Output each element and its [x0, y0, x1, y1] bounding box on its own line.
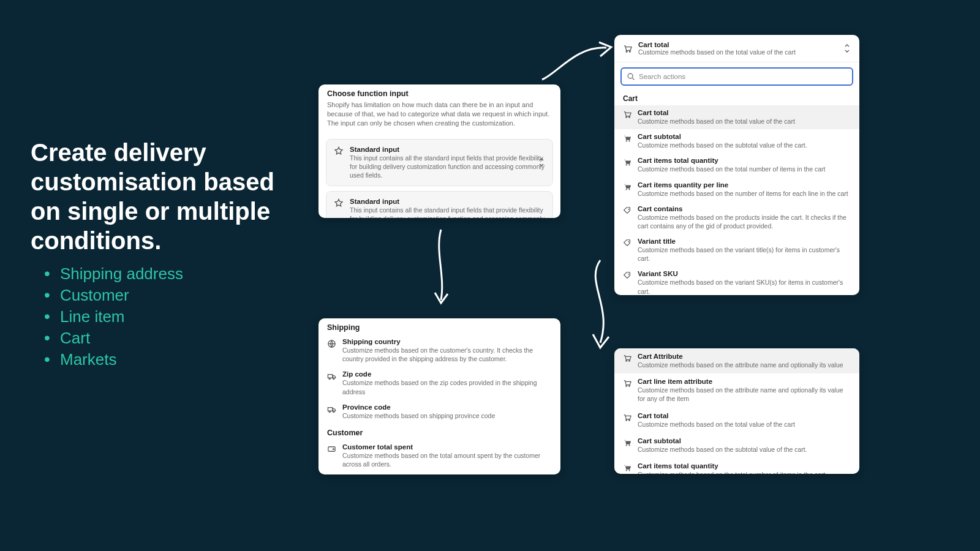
bullet-shipping-address: Shipping address: [43, 263, 183, 285]
row-cart-contains[interactable]: Cart containsCustomize methods based on …: [614, 201, 859, 234]
row-cart-subtotal[interactable]: Cart subtotalCustomize methods based on …: [614, 129, 859, 153]
option-title: Standard input: [350, 198, 545, 205]
row-title: Zip code: [342, 370, 552, 378]
row-cart-total-2[interactable]: Cart totalCustomize methods based on the…: [614, 408, 859, 433]
bullet-markets: Markets: [43, 349, 183, 370]
svg-point-29: [626, 419, 627, 421]
option-standard-input-dup[interactable]: Standard input This input contains all t…: [326, 191, 553, 218]
svg-point-32: [628, 444, 630, 446]
svg-point-28: [629, 386, 630, 387]
svg-point-6: [329, 411, 330, 412]
svg-rect-5: [328, 407, 333, 411]
group-cart-label: Cart: [614, 91, 859, 105]
tag-icon: [623, 206, 631, 215]
cart-icon: [623, 158, 631, 167]
row-customer-total-spent[interactable]: Customer total spent Customize methods b…: [318, 440, 560, 472]
svg-point-11: [629, 51, 630, 52]
header-title: Cart total: [638, 41, 851, 48]
row-title: Cart items quantity per line: [638, 181, 851, 189]
truck-icon: [327, 405, 336, 414]
chevrons-updown-icon: [538, 157, 545, 168]
row-title: Cart Attribute: [638, 353, 851, 360]
cart-icon: [623, 134, 631, 143]
cart-icon: [623, 110, 631, 119]
row-customer-logged-in[interactable]: Customer Logged In Customize methods bas…: [318, 472, 560, 474]
row-cart-total[interactable]: Cart totalCustomize methods based on the…: [614, 105, 859, 129]
row-title: Cart subtotal: [638, 133, 851, 140]
option-title: Standard input: [350, 146, 545, 153]
row-title: Variant title: [638, 238, 851, 245]
svg-point-3: [329, 378, 330, 379]
option-desc: This input contains all the standard inp…: [350, 206, 545, 218]
cart-icon: [623, 354, 631, 362]
row-cart-items-per-line[interactable]: Cart items quantity per lineCustomize me…: [614, 178, 859, 201]
svg-point-34: [628, 470, 630, 471]
svg-point-12: [628, 73, 633, 78]
row-desc: Customize methods based on the zip codes…: [342, 378, 552, 395]
shipping-customer-panel: Shipping Shipping country Customize meth…: [318, 318, 560, 474]
row-cart-items-total-qty[interactable]: Cart items total quantityCustomize metho…: [614, 153, 859, 177]
row-province-code[interactable]: Province code Customize methods based on…: [318, 400, 560, 424]
search-input-wrap[interactable]: [620, 67, 853, 86]
row-cart-subtotal-2[interactable]: Cart subtotalCustomize methods based on …: [614, 433, 859, 458]
option-desc: This input contains all the standard inp…: [350, 154, 545, 180]
row-title: Cart line item attribute: [638, 378, 851, 385]
panel-title: Choose function input: [327, 89, 552, 98]
row-variant-sku[interactable]: Variant SKUCustomize methods based on th…: [614, 266, 859, 295]
tag-icon: [623, 271, 631, 280]
svg-point-16: [628, 140, 630, 141]
star-icon: [334, 146, 344, 156]
cart-dropdown-panel: Cart total Customize methods based on th…: [614, 35, 859, 295]
row-zip-code[interactable]: Zip code Customize methods based on the …: [318, 367, 560, 399]
row-title: Shipping country: [342, 338, 552, 345]
svg-point-14: [629, 117, 630, 118]
row-cart-line-item-attribute[interactable]: Cart line item attributeCustomize method…: [614, 373, 859, 407]
search-input[interactable]: [639, 73, 847, 80]
row-shipping-country[interactable]: Shipping country Customize methods based…: [318, 334, 560, 367]
row-desc: Customize methods based on the products …: [638, 213, 851, 230]
svg-point-4: [333, 378, 334, 379]
row-desc: Customize methods based on the number of…: [638, 189, 851, 198]
panel-desc: Shopify has limitation on how much data …: [327, 100, 552, 128]
arrow-right-icon: [539, 37, 619, 86]
row-desc: Customize methods based on the attribute…: [638, 386, 851, 403]
row-desc: Customize methods based on the variant t…: [638, 246, 851, 263]
star-icon: [334, 198, 344, 208]
cart-attribute-panel: Cart AttributeCustomize methods based on…: [614, 348, 859, 474]
svg-point-10: [626, 51, 627, 52]
row-desc: Customize methods based on the attribute…: [638, 361, 851, 369]
svg-point-25: [626, 361, 627, 362]
row-cart-items-total-qty-2[interactable]: Cart items total quantityCustomize metho…: [614, 458, 859, 474]
bullet-cart: Cart: [43, 328, 183, 349]
row-title: Cart total: [638, 109, 851, 116]
row-title: Cart items total quantity: [638, 462, 851, 470]
tag-icon: [623, 239, 631, 247]
row-cart-attribute[interactable]: Cart AttributeCustomize methods based on…: [614, 348, 859, 373]
option-standard-input[interactable]: Standard input This input contains all t…: [326, 139, 553, 187]
headline: Create delivery customisation based on s…: [31, 138, 300, 255]
row-variant-title[interactable]: Variant titleCustomize methods based on …: [614, 234, 859, 266]
dropdown-header[interactable]: Cart total Customize methods based on th…: [614, 35, 859, 62]
search-icon: [627, 72, 635, 81]
svg-point-22: [628, 241, 629, 242]
svg-point-17: [626, 165, 627, 166]
svg-point-19: [626, 189, 627, 190]
row-title: Customer total spent: [342, 443, 552, 451]
row-title: Cart items total quantity: [638, 157, 851, 164]
condition-bullets: Shipping address Customer Line item Cart…: [43, 263, 183, 370]
row-desc: Customize methods based on the variant S…: [638, 278, 851, 295]
svg-point-21: [628, 209, 629, 210]
row-title: Province code: [342, 403, 552, 411]
row-desc: Customize methods based on the total amo…: [342, 451, 552, 468]
svg-point-23: [628, 274, 629, 275]
cart-icon: [623, 463, 631, 472]
row-desc: Customize methods based on shipping prov…: [342, 411, 552, 420]
svg-point-20: [628, 189, 630, 190]
svg-point-33: [626, 470, 627, 471]
svg-point-30: [629, 419, 630, 421]
row-desc: Customize methods based on the customer'…: [342, 346, 552, 363]
cart-icon: [623, 438, 631, 447]
row-desc: Customize methods based on the total num…: [638, 470, 851, 474]
svg-point-26: [629, 361, 630, 362]
row-desc: Customize methods based on the subtotal …: [638, 141, 851, 149]
